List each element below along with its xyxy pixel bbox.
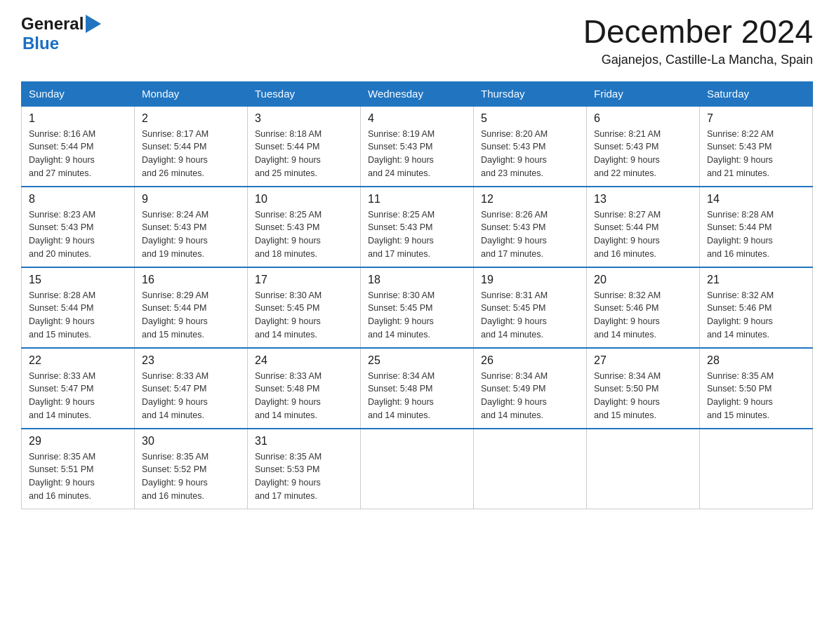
day-info: Sunrise: 8:33 AM Sunset: 5:48 PM Dayligh… <box>255 370 353 422</box>
day-info: Sunrise: 8:25 AM Sunset: 5:43 PM Dayligh… <box>368 208 466 261</box>
day-number: 16 <box>142 274 240 286</box>
day-number: 1 <box>29 112 127 125</box>
calendar-cell: 13 Sunrise: 8:27 AM Sunset: 5:44 PM Dayl… <box>587 187 700 267</box>
day-info: Sunrise: 8:32 AM Sunset: 5:46 PM Dayligh… <box>594 289 692 342</box>
day-number: 18 <box>368 274 466 286</box>
day-number: 6 <box>594 112 692 125</box>
day-number: 7 <box>707 112 805 125</box>
calendar-cell: 29 Sunrise: 8:35 AM Sunset: 5:51 PM Dayl… <box>22 429 135 509</box>
header-wednesday: Wednesday <box>361 81 474 106</box>
day-number: 13 <box>594 193 692 206</box>
calendar-table: Sunday Monday Tuesday Wednesday Thursday… <box>21 81 813 509</box>
day-number: 4 <box>368 112 466 125</box>
day-info: Sunrise: 8:34 AM Sunset: 5:49 PM Dayligh… <box>481 370 579 422</box>
calendar-cell: 30 Sunrise: 8:35 AM Sunset: 5:52 PM Dayl… <box>135 429 248 509</box>
day-number: 30 <box>142 435 240 448</box>
calendar-cell <box>474 429 587 509</box>
logo-general: General <box>21 14 84 34</box>
calendar-cell: 11 Sunrise: 8:25 AM Sunset: 5:43 PM Dayl… <box>361 187 474 267</box>
day-number: 23 <box>142 354 240 367</box>
day-info: Sunrise: 8:17 AM Sunset: 5:44 PM Dayligh… <box>142 128 240 180</box>
day-info: Sunrise: 8:21 AM Sunset: 5:43 PM Dayligh… <box>594 128 692 180</box>
title-section: December 2024 Gajanejos, Castille-La Man… <box>583 14 813 67</box>
day-info: Sunrise: 8:35 AM Sunset: 5:53 PM Dayligh… <box>255 450 353 503</box>
calendar-cell: 3 Sunrise: 8:18 AM Sunset: 5:44 PM Dayli… <box>248 106 361 187</box>
logo-blue: Blue <box>22 34 59 53</box>
calendar-cell: 9 Sunrise: 8:24 AM Sunset: 5:43 PM Dayli… <box>135 187 248 267</box>
calendar-cell: 21 Sunrise: 8:32 AM Sunset: 5:46 PM Dayl… <box>700 267 813 348</box>
day-info: Sunrise: 8:19 AM Sunset: 5:43 PM Dayligh… <box>368 128 466 180</box>
calendar-cell: 15 Sunrise: 8:28 AM Sunset: 5:44 PM Dayl… <box>22 267 135 348</box>
day-info: Sunrise: 8:35 AM Sunset: 5:51 PM Dayligh… <box>29 450 127 503</box>
calendar-cell: 1 Sunrise: 8:16 AM Sunset: 5:44 PM Dayli… <box>22 106 135 187</box>
calendar-cell: 6 Sunrise: 8:21 AM Sunset: 5:43 PM Dayli… <box>587 106 700 187</box>
calendar-cell: 23 Sunrise: 8:33 AM Sunset: 5:47 PM Dayl… <box>135 348 248 429</box>
day-number: 29 <box>29 435 127 448</box>
calendar-cell: 5 Sunrise: 8:20 AM Sunset: 5:43 PM Dayli… <box>474 106 587 187</box>
calendar-cell: 26 Sunrise: 8:34 AM Sunset: 5:49 PM Dayl… <box>474 348 587 429</box>
day-number: 11 <box>368 193 466 206</box>
day-info: Sunrise: 8:24 AM Sunset: 5:43 PM Dayligh… <box>142 208 240 261</box>
day-info: Sunrise: 8:16 AM Sunset: 5:44 PM Dayligh… <box>29 128 127 180</box>
day-info: Sunrise: 8:20 AM Sunset: 5:43 PM Dayligh… <box>481 128 579 180</box>
day-number: 31 <box>255 435 353 448</box>
day-info: Sunrise: 8:33 AM Sunset: 5:47 PM Dayligh… <box>142 370 240 422</box>
month-title: December 2024 <box>583 14 813 50</box>
day-info: Sunrise: 8:34 AM Sunset: 5:50 PM Dayligh… <box>594 370 692 422</box>
location-subtitle: Gajanejos, Castille-La Mancha, Spain <box>583 53 813 67</box>
header-sunday: Sunday <box>22 81 135 106</box>
calendar-cell: 8 Sunrise: 8:23 AM Sunset: 5:43 PM Dayli… <box>22 187 135 267</box>
day-info: Sunrise: 8:18 AM Sunset: 5:44 PM Dayligh… <box>255 128 353 180</box>
day-number: 14 <box>707 193 805 206</box>
calendar-cell: 4 Sunrise: 8:19 AM Sunset: 5:43 PM Dayli… <box>361 106 474 187</box>
calendar-cell: 18 Sunrise: 8:30 AM Sunset: 5:45 PM Dayl… <box>361 267 474 348</box>
calendar-cell: 16 Sunrise: 8:29 AM Sunset: 5:44 PM Dayl… <box>135 267 248 348</box>
calendar-cell <box>361 429 474 509</box>
calendar-cell: 27 Sunrise: 8:34 AM Sunset: 5:50 PM Dayl… <box>587 348 700 429</box>
header-thursday: Thursday <box>474 81 587 106</box>
day-info: Sunrise: 8:31 AM Sunset: 5:45 PM Dayligh… <box>481 289 579 342</box>
day-number: 8 <box>29 193 127 206</box>
day-number: 3 <box>255 112 353 125</box>
day-number: 21 <box>707 274 805 286</box>
logo-blue-row: Blue <box>22 34 59 53</box>
svg-marker-0 <box>86 15 101 33</box>
day-info: Sunrise: 8:22 AM Sunset: 5:43 PM Dayligh… <box>707 128 805 180</box>
calendar-cell: 17 Sunrise: 8:30 AM Sunset: 5:45 PM Dayl… <box>248 267 361 348</box>
calendar-cell: 10 Sunrise: 8:25 AM Sunset: 5:43 PM Dayl… <box>248 187 361 267</box>
logo: General Blue <box>21 14 101 53</box>
day-number: 26 <box>481 354 579 367</box>
calendar-cell: 24 Sunrise: 8:33 AM Sunset: 5:48 PM Dayl… <box>248 348 361 429</box>
day-info: Sunrise: 8:26 AM Sunset: 5:43 PM Dayligh… <box>481 208 579 261</box>
day-number: 15 <box>29 274 127 286</box>
day-info: Sunrise: 8:30 AM Sunset: 5:45 PM Dayligh… <box>368 289 466 342</box>
logo-arrow-icon <box>86 15 101 33</box>
day-info: Sunrise: 8:35 AM Sunset: 5:52 PM Dayligh… <box>142 450 240 503</box>
day-number: 24 <box>255 354 353 367</box>
calendar-cell: 28 Sunrise: 8:35 AM Sunset: 5:50 PM Dayl… <box>700 348 813 429</box>
calendar-cell: 25 Sunrise: 8:34 AM Sunset: 5:48 PM Dayl… <box>361 348 474 429</box>
day-info: Sunrise: 8:28 AM Sunset: 5:44 PM Dayligh… <box>29 289 127 342</box>
day-info: Sunrise: 8:32 AM Sunset: 5:46 PM Dayligh… <box>707 289 805 342</box>
day-number: 5 <box>481 112 579 125</box>
day-number: 2 <box>142 112 240 125</box>
day-info: Sunrise: 8:27 AM Sunset: 5:44 PM Dayligh… <box>594 208 692 261</box>
calendar-cell <box>700 429 813 509</box>
day-info: Sunrise: 8:29 AM Sunset: 5:44 PM Dayligh… <box>142 289 240 342</box>
day-number: 22 <box>29 354 127 367</box>
day-info: Sunrise: 8:30 AM Sunset: 5:45 PM Dayligh… <box>255 289 353 342</box>
header-saturday: Saturday <box>700 81 813 106</box>
header-monday: Monday <box>135 81 248 106</box>
calendar-cell: 22 Sunrise: 8:33 AM Sunset: 5:47 PM Dayl… <box>22 348 135 429</box>
day-number: 12 <box>481 193 579 206</box>
logo-row: General <box>21 14 101 34</box>
day-number: 19 <box>481 274 579 286</box>
week-row-2: 8 Sunrise: 8:23 AM Sunset: 5:43 PM Dayli… <box>22 187 813 267</box>
day-info: Sunrise: 8:34 AM Sunset: 5:48 PM Dayligh… <box>368 370 466 422</box>
week-row-5: 29 Sunrise: 8:35 AM Sunset: 5:51 PM Dayl… <box>22 429 813 509</box>
week-row-4: 22 Sunrise: 8:33 AM Sunset: 5:47 PM Dayl… <box>22 348 813 429</box>
week-row-3: 15 Sunrise: 8:28 AM Sunset: 5:44 PM Dayl… <box>22 267 813 348</box>
calendar-cell: 12 Sunrise: 8:26 AM Sunset: 5:43 PM Dayl… <box>474 187 587 267</box>
week-row-1: 1 Sunrise: 8:16 AM Sunset: 5:44 PM Dayli… <box>22 106 813 187</box>
day-number: 9 <box>142 193 240 206</box>
